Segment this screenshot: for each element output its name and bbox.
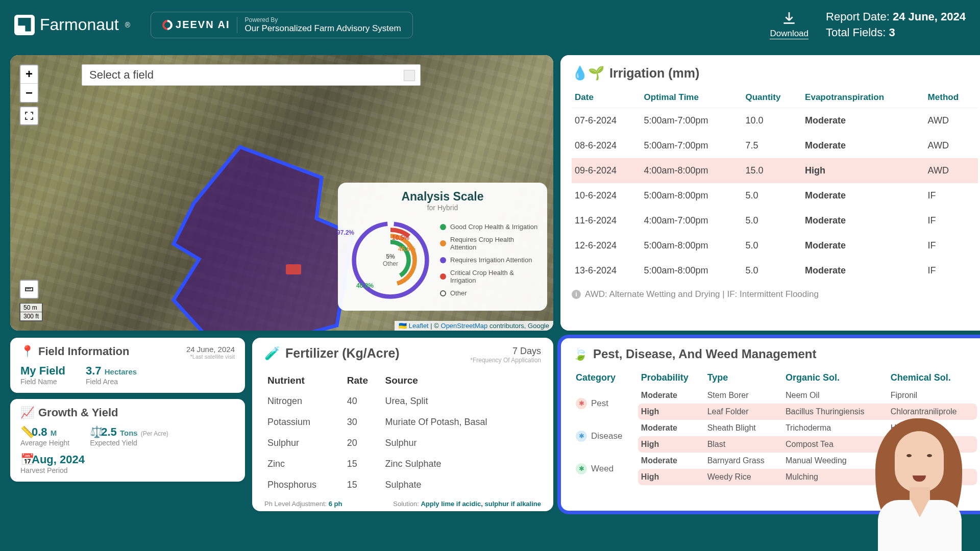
fertilizer-icon: 🧪: [264, 346, 280, 361]
ph-value: 6 ph: [329, 500, 342, 508]
chevron-down-icon: [407, 74, 412, 77]
pdw-panel: 🍃Pest, Disease, And Weed Management Cate…: [560, 338, 980, 511]
field-info-card: 📍Field Information 24 June, 2024*Last sa…: [10, 338, 245, 393]
info-icon: i: [572, 290, 581, 299]
left-stack: 📍Field Information 24 June, 2024*Last sa…: [10, 338, 245, 511]
growth-icon: 📈: [20, 406, 34, 419]
download-label: Download: [770, 29, 808, 39]
partner-powered-label: Powered By: [244, 16, 401, 23]
irrigation-table: DateOptimal TimeQuantityEvapotranspirati…: [572, 87, 978, 283]
brand-logo: Farmonaut®: [14, 15, 130, 35]
height-icon: 📏: [20, 425, 30, 439]
yield-icon: ⚖️: [90, 425, 99, 439]
brand-name: Farmonaut: [40, 15, 119, 34]
analysis-donut-chart: 5%Other 97.2% 10.5% 45.8% 40.8%: [347, 217, 434, 304]
map-attribution: 🇺🇦 Leaflet | © OpenStreetMap contributor…: [395, 321, 553, 331]
irrigation-footnote: iAWD: Alternate Wetting and Drying | IF:…: [572, 289, 978, 299]
svg-marker-0: [174, 147, 352, 331]
ph-solution: Apply lime if acidic, sulphur if alkalin…: [421, 500, 541, 508]
pdw-table: CategoryProbabilityTypeOrganic Sol.Chemi…: [573, 368, 977, 485]
last-sat-date: 24 June, 2024: [186, 345, 235, 354]
zoom-control: + −: [19, 64, 39, 103]
partner-badge: JEEVN AI Powered By Our Personalized Far…: [151, 12, 413, 38]
report-date: 24 June, 2024: [893, 10, 966, 23]
fertilizer-table: NutrientRateSource Nitrogen40Urea, Split…: [264, 370, 541, 496]
partner-desc: Our Personalized Farm Advisory System: [244, 23, 401, 34]
app-header: Farmonaut® JEEVN AI Powered By Our Perso…: [0, 0, 980, 50]
scale-bar: 50 m 300 ft: [19, 303, 43, 321]
partner-mark: JEEVN AI: [162, 19, 230, 31]
location-icon: 📍: [20, 345, 34, 358]
irrigation-icon: 💧🌱: [572, 65, 604, 81]
growth-yield-card: 📈Growth & Yield 📏0.8 MAverage Height ⚖️2…: [10, 399, 245, 482]
brand-reg: ®: [125, 21, 130, 29]
map-panel[interactable]: + − Select a field 50 m 300 ft 🇺🇦 Leafle…: [10, 55, 553, 331]
analysis-scale-card: Analysis Scale for Hybrid 5%Other 97.2% …: [338, 183, 547, 311]
report-meta: Report Date: 24 June, 2024 Total Fields:…: [826, 9, 966, 41]
expected-yield: 2.5: [101, 425, 117, 438]
irrigation-panel: 💧🌱Irrigation (mm) DateOptimal TimeQuanti…: [560, 55, 980, 331]
measure-button[interactable]: [19, 280, 39, 299]
fertilizer-days: 7 Days: [512, 346, 541, 356]
leaflet-link[interactable]: Leaflet: [409, 322, 429, 330]
analysis-legend: Good Crop Health & IrrigationRequires Cr…: [440, 220, 538, 299]
analysis-subtitle: for Hybrid: [347, 204, 538, 212]
avg-height: 0.8: [32, 425, 47, 438]
field-select-placeholder: Select a field: [89, 68, 154, 82]
field-area: 3.7: [86, 364, 102, 377]
fullscreen-button[interactable]: [19, 106, 39, 126]
partner-ring-icon: [160, 18, 175, 32]
fertilizer-panel: 🧪Fertilizer (Kg/Acre) 7 Days*Frequency O…: [252, 338, 553, 511]
zoom-out-button[interactable]: −: [20, 84, 38, 102]
field-select[interactable]: Select a field: [82, 64, 421, 86]
total-fields: 3: [889, 26, 895, 39]
download-icon: [781, 10, 797, 27]
harvest-period: Aug, 2024: [32, 453, 85, 466]
download-button[interactable]: Download: [770, 10, 808, 39]
calendar-icon: 📅: [20, 453, 30, 466]
analysis-title: Analysis Scale: [347, 190, 538, 204]
osm-link[interactable]: OpenStreetMap: [441, 322, 488, 330]
svg-rect-1: [286, 264, 301, 274]
zoom-in-button[interactable]: +: [20, 65, 38, 84]
leaf-icon: 🍃: [573, 347, 588, 361]
brand-mark-icon: [14, 15, 35, 35]
field-name: My Field: [20, 364, 65, 378]
irrigation-title: Irrigation (mm): [609, 66, 699, 81]
